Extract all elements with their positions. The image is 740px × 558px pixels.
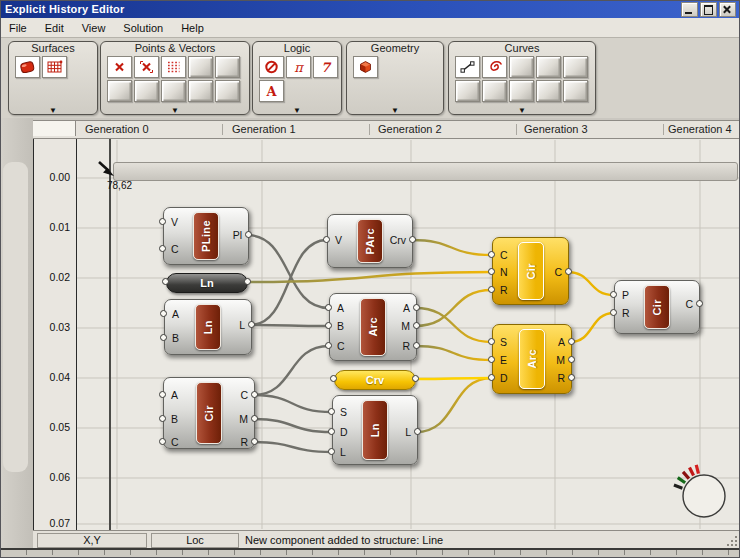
panel-expand-arrow[interactable]: ▼ [253, 106, 341, 115]
panel-title: Geometry [347, 42, 443, 54]
title-bar[interactable]: Explicit History Editor [0, 0, 740, 18]
node-ln0[interactable]: LnABL [164, 299, 252, 355]
status-cell-xy[interactable]: X,Y [37, 533, 147, 548]
node-cir-sel[interactable]: CirCNRC [492, 237, 569, 305]
input-nub-A[interactable] [325, 304, 332, 311]
output-nub-A[interactable] [568, 338, 575, 345]
input-nub-A[interactable] [159, 391, 166, 398]
empty-slot-button[interactable] [509, 56, 534, 78]
output-nub-C[interactable] [565, 268, 572, 275]
empty-slot-button[interactable] [563, 56, 588, 78]
input-nub-S[interactable] [328, 408, 335, 415]
box-icon[interactable] [353, 56, 378, 78]
minimize-button[interactable] [681, 2, 698, 17]
node-crv-value[interactable]: Crv [334, 370, 416, 390]
spiral-icon[interactable] [482, 56, 507, 78]
surface-icon[interactable] [15, 56, 40, 78]
output-nub-M[interactable] [568, 356, 575, 363]
empty-slot-button[interactable] [107, 80, 132, 102]
trimmed-surface-icon[interactable] [42, 56, 67, 78]
empty-slot-button[interactable] [161, 80, 186, 102]
empty-slot-button[interactable] [188, 80, 213, 102]
status-cell-loc[interactable]: Loc [151, 533, 239, 548]
node-arc1[interactable]: ArcABCAMR [329, 293, 417, 361]
empty-slot-button[interactable] [188, 56, 213, 78]
node-label: Ln [200, 277, 213, 289]
node-cir0[interactable]: CirABCCMR [163, 377, 255, 449]
panel-expand-arrow[interactable]: ▼ [449, 106, 595, 115]
output-nub-C[interactable] [251, 391, 258, 398]
output-nub-R[interactable] [568, 374, 575, 381]
empty-slot-button[interactable] [536, 56, 561, 78]
node-parc[interactable]: PArcVCrv [327, 214, 413, 268]
letter-a-icon[interactable]: A [259, 80, 284, 102]
menu-solution[interactable]: Solution [114, 20, 172, 36]
node-ln-value[interactable]: Ln [166, 273, 248, 293]
node-cir3[interactable]: CirPRC [614, 280, 700, 334]
line-icon[interactable] [455, 56, 480, 78]
output-nub-R[interactable] [413, 342, 420, 349]
point-icon[interactable] [107, 56, 132, 78]
empty-slot-button[interactable] [563, 80, 588, 102]
point-grid-icon[interactable] [161, 56, 186, 78]
input-nub-B[interactable] [160, 334, 167, 341]
panel-expand-arrow[interactable]: ▼ [101, 106, 249, 115]
seven-icon[interactable]: 7 [313, 56, 338, 78]
node-arc-sel[interactable]: ArcSEDAMR [492, 324, 572, 394]
output-nub-M[interactable] [251, 415, 258, 422]
background-scrollbar [0, 118, 33, 548]
input-nub-B[interactable] [325, 322, 332, 329]
node-ln1[interactable]: LnSDLL [332, 395, 418, 465]
null-icon[interactable] [259, 56, 284, 78]
input-nub-B[interactable] [159, 415, 166, 422]
output-nub-Crv[interactable] [409, 236, 416, 243]
output-nub[interactable] [244, 278, 251, 285]
panel-expand-arrow[interactable]: ▼ [9, 106, 97, 115]
input-nub-D[interactable] [328, 428, 335, 435]
input-nub-C[interactable] [159, 245, 166, 252]
empty-slot-button[interactable] [482, 80, 507, 102]
output-nub-L[interactable] [248, 321, 255, 328]
output-nub[interactable] [412, 375, 419, 382]
input-nub-C[interactable] [488, 251, 495, 258]
input-nub-C[interactable] [159, 438, 166, 445]
empty-slot-button[interactable] [215, 56, 240, 78]
empty-slot-button[interactable] [134, 80, 159, 102]
input-nub-P[interactable] [610, 291, 617, 298]
input-nub-E[interactable] [488, 356, 495, 363]
input-nub-C[interactable] [325, 342, 332, 349]
resize-grip[interactable] [727, 536, 737, 546]
menu-edit[interactable]: Edit [36, 20, 73, 36]
output-nub-L[interactable] [414, 428, 421, 435]
input-nub-A[interactable] [160, 310, 167, 317]
input-nub-R[interactable] [610, 309, 617, 316]
input-nub-V[interactable] [159, 218, 166, 225]
panel-title: Logic [253, 42, 341, 54]
empty-slot-button[interactable] [509, 80, 534, 102]
input-nub[interactable] [162, 278, 169, 285]
empty-slot-button[interactable] [455, 80, 480, 102]
point-xy-icon[interactable] [134, 56, 159, 78]
menu-file[interactable]: File [0, 20, 36, 36]
empty-slot-button[interactable] [536, 80, 561, 102]
menu-view[interactable]: View [73, 20, 115, 36]
output-nub-R[interactable] [251, 438, 258, 445]
node-pline[interactable]: PLineVCPl [163, 207, 249, 265]
input-nub-S[interactable] [488, 338, 495, 345]
restore-button[interactable] [700, 2, 717, 17]
input-nub[interactable] [330, 375, 337, 382]
input-nub-D[interactable] [488, 374, 495, 381]
pi-icon[interactable]: π [286, 56, 311, 78]
output-nub-M[interactable] [413, 322, 420, 329]
output-nub-Pl[interactable] [245, 231, 252, 238]
panel-expand-arrow[interactable]: ▼ [347, 106, 443, 115]
menu-help[interactable]: Help [172, 20, 213, 36]
close-button[interactable] [719, 2, 736, 17]
input-nub-L[interactable] [328, 448, 335, 455]
empty-slot-button[interactable] [215, 80, 240, 102]
input-nub-N[interactable] [488, 268, 495, 275]
output-nub-A[interactable] [413, 304, 420, 311]
input-nub-V[interactable] [323, 236, 330, 243]
output-nub-C[interactable] [696, 300, 703, 307]
input-nub-R[interactable] [488, 286, 495, 293]
